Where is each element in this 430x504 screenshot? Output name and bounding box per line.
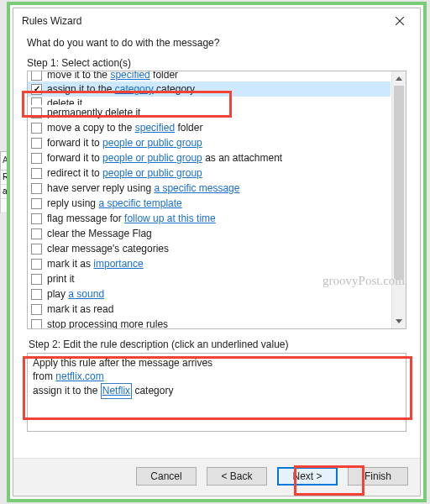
action-row[interactable]: print it: [28, 271, 391, 286]
action-label: assign it to the category category: [47, 83, 195, 95]
action-row[interactable]: play a sound: [28, 286, 391, 302]
action-label: mark it as read: [47, 303, 113, 315]
finish-button[interactable]: Finish: [348, 467, 408, 486]
action-checkbox[interactable]: [31, 183, 42, 194]
close-button[interactable]: [383, 9, 417, 33]
action-row[interactable]: flag message for follow up at this time: [28, 211, 391, 226]
action-label: redirect it to people or public group: [47, 167, 202, 179]
action-label: move it to the specified folder: [47, 71, 178, 81]
description-category-link[interactable]: Netflix: [101, 383, 132, 398]
action-label: clear message's categories: [47, 243, 169, 255]
action-label: stop processing more rules: [47, 318, 168, 328]
action-link[interactable]: a specific message: [154, 182, 239, 194]
action-label: clear the Message Flag: [47, 228, 152, 239]
scrollbar-thumb[interactable]: [394, 86, 404, 279]
action-link[interactable]: specified: [135, 122, 175, 134]
action-row[interactable]: have server reply using a specific messa…: [28, 181, 391, 196]
titlebar: Rules Wizard: [13, 8, 420, 34]
action-label: forward it to people or public group as …: [47, 152, 282, 164]
action-checkbox[interactable]: [31, 304, 42, 315]
step2-label: Step 2: Edit the rule description (click…: [27, 336, 406, 353]
action-row[interactable]: permanently delete it: [28, 105, 391, 120]
action-link[interactable]: importance: [93, 258, 143, 270]
action-label: mark it as importance: [47, 258, 144, 270]
action-link[interactable]: people or public group: [102, 137, 202, 149]
action-label: forward it to people or public group: [47, 137, 202, 149]
description-line1: Apply this rule after the message arrive…: [33, 356, 401, 370]
rules-wizard-dialog: Rules Wizard What do you want to do with…: [13, 8, 421, 496]
action-row[interactable]: move it to the specified folder: [28, 71, 391, 81]
action-checkbox[interactable]: [31, 198, 42, 209]
action-checkbox[interactable]: [31, 274, 42, 285]
actions-listbox[interactable]: move it to the specified folderassign it…: [27, 71, 406, 329]
action-row[interactable]: redirect it to people or public group: [28, 165, 391, 181]
action-row[interactable]: assign it to the category category: [28, 81, 391, 97]
action-checkbox[interactable]: [31, 71, 42, 81]
action-checkbox[interactable]: [31, 97, 42, 105]
action-checkbox[interactable]: [31, 289, 42, 300]
action-row[interactable]: stop processing more rules: [28, 317, 391, 328]
chevron-down-icon: [396, 319, 402, 323]
action-checkbox[interactable]: [31, 168, 42, 179]
action-row[interactable]: forward it to people or public group as …: [28, 150, 391, 165]
action-checkbox[interactable]: [31, 84, 42, 95]
action-row[interactable]: mark it as read: [28, 302, 391, 317]
description-from-link[interactable]: netflix.com: [55, 370, 103, 382]
back-button[interactable]: < Back: [207, 467, 267, 486]
chevron-up-icon: [396, 76, 402, 81]
action-link[interactable]: people or public group: [102, 152, 202, 164]
window-title: Rules Wizard: [22, 15, 383, 27]
action-label: print it: [47, 273, 75, 285]
action-checkbox[interactable]: [31, 259, 42, 270]
close-icon: [396, 17, 404, 25]
action-checkbox[interactable]: [31, 108, 42, 118]
action-row[interactable]: forward it to people or public group: [28, 135, 391, 150]
action-checkbox[interactable]: [31, 213, 42, 224]
action-label: flag message for follow up at this time: [47, 213, 216, 224]
action-label: reply using a specific template: [47, 197, 182, 209]
action-link[interactable]: people or public group: [102, 167, 202, 179]
rule-description-box[interactable]: Apply this rule after the message arrive…: [27, 353, 406, 432]
action-label: play a sound: [47, 288, 104, 300]
action-checkbox[interactable]: [31, 319, 42, 329]
action-row[interactable]: clear message's categories: [28, 241, 391, 256]
action-checkbox[interactable]: [31, 138, 42, 149]
action-row[interactable]: delete it: [28, 97, 391, 105]
annotation-outer-border: Rules Wizard What do you want to do with…: [7, 2, 427, 502]
scroll-up-button[interactable]: [392, 71, 406, 86]
button-bar: Cancel < Back Next > Finish: [13, 458, 420, 496]
description-line3: assign it to the Netflix category: [33, 383, 401, 398]
next-button[interactable]: Next >: [277, 467, 338, 486]
scrollbar[interactable]: [391, 71, 406, 328]
action-label: delete it: [47, 97, 82, 105]
action-label: move a copy to the specified folder: [47, 122, 202, 134]
action-link[interactable]: a sound: [68, 288, 104, 300]
action-label: have server reply using a specific messa…: [47, 182, 239, 194]
action-row[interactable]: mark it as importance: [28, 256, 391, 271]
action-link[interactable]: a specific template: [98, 197, 181, 209]
action-link[interactable]: specified: [110, 71, 149, 81]
action-checkbox[interactable]: [31, 153, 42, 164]
description-line2: from netflix.com: [33, 370, 401, 383]
action-link[interactable]: follow up at this time: [124, 213, 216, 224]
step1-label: Step 1: Select action(s): [27, 57, 406, 69]
cancel-button[interactable]: Cancel: [136, 467, 197, 486]
action-row[interactable]: reply using a specific template: [28, 196, 391, 211]
action-checkbox[interactable]: [31, 228, 42, 239]
wizard-question: What do you want to do with the message?: [27, 37, 406, 49]
action-checkbox[interactable]: [31, 244, 42, 255]
scroll-down-button[interactable]: [392, 314, 406, 328]
action-link[interactable]: category: [115, 83, 154, 95]
action-row[interactable]: move a copy to the specified folder: [28, 120, 391, 135]
action-label: permanently delete it: [47, 107, 140, 118]
action-row[interactable]: clear the Message Flag: [28, 226, 391, 241]
action-checkbox[interactable]: [31, 123, 42, 134]
